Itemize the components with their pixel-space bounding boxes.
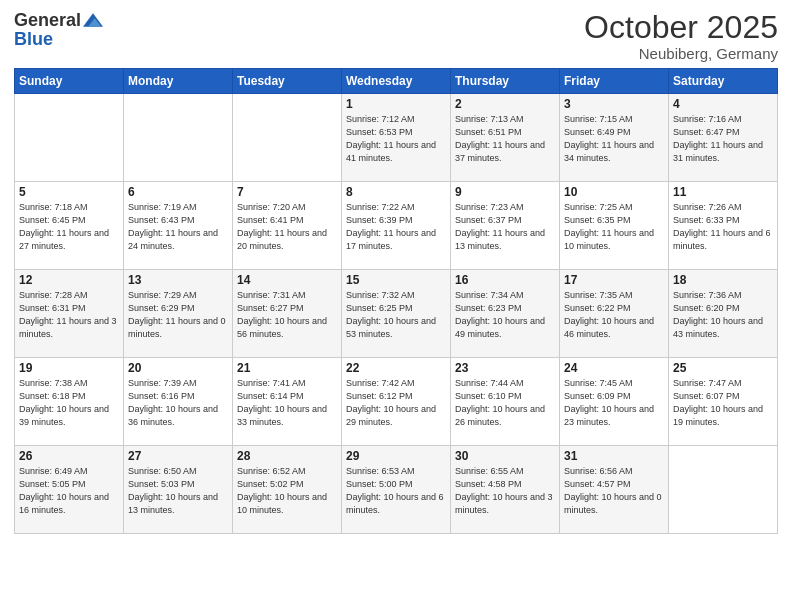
calendar-cell: 17 Sunrise: 7:35 AMSunset: 6:22 PMDaylig…: [560, 270, 669, 358]
calendar-cell: 4 Sunrise: 7:16 AMSunset: 6:47 PMDayligh…: [669, 94, 778, 182]
day-number: 12: [19, 273, 119, 287]
calendar-cell: 16 Sunrise: 7:34 AMSunset: 6:23 PMDaylig…: [451, 270, 560, 358]
calendar-cell: [233, 94, 342, 182]
logo-icon: [83, 10, 103, 30]
day-info: Sunrise: 7:22 AMSunset: 6:39 PMDaylight:…: [346, 201, 446, 253]
calendar-header-row: Sunday Monday Tuesday Wednesday Thursday…: [15, 69, 778, 94]
day-info: Sunrise: 7:38 AMSunset: 6:18 PMDaylight:…: [19, 377, 119, 429]
logo-block: General Blue: [14, 10, 103, 49]
day-number: 25: [673, 361, 773, 375]
day-number: 15: [346, 273, 446, 287]
day-info: Sunrise: 6:56 AMSunset: 4:57 PMDaylight:…: [564, 465, 664, 517]
day-number: 23: [455, 361, 555, 375]
calendar: Sunday Monday Tuesday Wednesday Thursday…: [14, 68, 778, 534]
day-number: 21: [237, 361, 337, 375]
day-number: 2: [455, 97, 555, 111]
day-info: Sunrise: 7:19 AMSunset: 6:43 PMDaylight:…: [128, 201, 228, 253]
title-location: Neubiberg, Germany: [584, 45, 778, 62]
day-number: 14: [237, 273, 337, 287]
calendar-cell: 20 Sunrise: 7:39 AMSunset: 6:16 PMDaylig…: [124, 358, 233, 446]
calendar-cell: 24 Sunrise: 7:45 AMSunset: 6:09 PMDaylig…: [560, 358, 669, 446]
calendar-cell: 1 Sunrise: 7:12 AMSunset: 6:53 PMDayligh…: [342, 94, 451, 182]
day-number: 17: [564, 273, 664, 287]
calendar-cell: [124, 94, 233, 182]
calendar-cell: 9 Sunrise: 7:23 AMSunset: 6:37 PMDayligh…: [451, 182, 560, 270]
day-info: Sunrise: 7:36 AMSunset: 6:20 PMDaylight:…: [673, 289, 773, 341]
calendar-cell: 2 Sunrise: 7:13 AMSunset: 6:51 PMDayligh…: [451, 94, 560, 182]
day-info: Sunrise: 6:49 AMSunset: 5:05 PMDaylight:…: [19, 465, 119, 517]
calendar-cell: [15, 94, 124, 182]
day-info: Sunrise: 7:20 AMSunset: 6:41 PMDaylight:…: [237, 201, 337, 253]
day-info: Sunrise: 7:23 AMSunset: 6:37 PMDaylight:…: [455, 201, 555, 253]
day-number: 19: [19, 361, 119, 375]
calendar-cell: 27 Sunrise: 6:50 AMSunset: 5:03 PMDaylig…: [124, 446, 233, 534]
day-number: 5: [19, 185, 119, 199]
day-number: 6: [128, 185, 228, 199]
calendar-cell: 8 Sunrise: 7:22 AMSunset: 6:39 PMDayligh…: [342, 182, 451, 270]
logo-blue: Blue: [14, 29, 53, 49]
header: General Blue October 2025 Neubiberg, Ger…: [14, 10, 778, 62]
calendar-cell: 31 Sunrise: 6:56 AMSunset: 4:57 PMDaylig…: [560, 446, 669, 534]
calendar-cell: 30 Sunrise: 6:55 AMSunset: 4:58 PMDaylig…: [451, 446, 560, 534]
day-info: Sunrise: 7:42 AMSunset: 6:12 PMDaylight:…: [346, 377, 446, 429]
calendar-cell: 13 Sunrise: 7:29 AMSunset: 6:29 PMDaylig…: [124, 270, 233, 358]
header-friday: Friday: [560, 69, 669, 94]
day-info: Sunrise: 6:50 AMSunset: 5:03 PMDaylight:…: [128, 465, 228, 517]
calendar-cell: [669, 446, 778, 534]
calendar-cell: 21 Sunrise: 7:41 AMSunset: 6:14 PMDaylig…: [233, 358, 342, 446]
day-info: Sunrise: 7:34 AMSunset: 6:23 PMDaylight:…: [455, 289, 555, 341]
day-info: Sunrise: 7:18 AMSunset: 6:45 PMDaylight:…: [19, 201, 119, 253]
day-info: Sunrise: 7:31 AMSunset: 6:27 PMDaylight:…: [237, 289, 337, 341]
page: General Blue October 2025 Neubiberg, Ger…: [0, 0, 792, 612]
calendar-cell: 6 Sunrise: 7:19 AMSunset: 6:43 PMDayligh…: [124, 182, 233, 270]
day-info: Sunrise: 7:45 AMSunset: 6:09 PMDaylight:…: [564, 377, 664, 429]
calendar-cell: 3 Sunrise: 7:15 AMSunset: 6:49 PMDayligh…: [560, 94, 669, 182]
day-info: Sunrise: 6:52 AMSunset: 5:02 PMDaylight:…: [237, 465, 337, 517]
header-thursday: Thursday: [451, 69, 560, 94]
day-info: Sunrise: 7:15 AMSunset: 6:49 PMDaylight:…: [564, 113, 664, 165]
day-number: 18: [673, 273, 773, 287]
day-info: Sunrise: 7:16 AMSunset: 6:47 PMDaylight:…: [673, 113, 773, 165]
day-number: 11: [673, 185, 773, 199]
day-number: 13: [128, 273, 228, 287]
day-info: Sunrise: 7:44 AMSunset: 6:10 PMDaylight:…: [455, 377, 555, 429]
day-info: Sunrise: 7:35 AMSunset: 6:22 PMDaylight:…: [564, 289, 664, 341]
calendar-cell: 19 Sunrise: 7:38 AMSunset: 6:18 PMDaylig…: [15, 358, 124, 446]
calendar-cell: 29 Sunrise: 6:53 AMSunset: 5:00 PMDaylig…: [342, 446, 451, 534]
calendar-cell: 25 Sunrise: 7:47 AMSunset: 6:07 PMDaylig…: [669, 358, 778, 446]
day-number: 24: [564, 361, 664, 375]
logo: General Blue: [14, 10, 103, 49]
day-info: Sunrise: 7:47 AMSunset: 6:07 PMDaylight:…: [673, 377, 773, 429]
day-info: Sunrise: 7:29 AMSunset: 6:29 PMDaylight:…: [128, 289, 228, 341]
day-info: Sunrise: 6:55 AMSunset: 4:58 PMDaylight:…: [455, 465, 555, 517]
day-info: Sunrise: 7:13 AMSunset: 6:51 PMDaylight:…: [455, 113, 555, 165]
day-number: 4: [673, 97, 773, 111]
calendar-cell: 22 Sunrise: 7:42 AMSunset: 6:12 PMDaylig…: [342, 358, 451, 446]
calendar-week-0: 1 Sunrise: 7:12 AMSunset: 6:53 PMDayligh…: [15, 94, 778, 182]
calendar-week-3: 19 Sunrise: 7:38 AMSunset: 6:18 PMDaylig…: [15, 358, 778, 446]
calendar-week-4: 26 Sunrise: 6:49 AMSunset: 5:05 PMDaylig…: [15, 446, 778, 534]
header-tuesday: Tuesday: [233, 69, 342, 94]
header-sunday: Sunday: [15, 69, 124, 94]
calendar-cell: 26 Sunrise: 6:49 AMSunset: 5:05 PMDaylig…: [15, 446, 124, 534]
title-block: October 2025 Neubiberg, Germany: [584, 10, 778, 62]
day-info: Sunrise: 7:26 AMSunset: 6:33 PMDaylight:…: [673, 201, 773, 253]
day-info: Sunrise: 7:32 AMSunset: 6:25 PMDaylight:…: [346, 289, 446, 341]
header-saturday: Saturday: [669, 69, 778, 94]
calendar-cell: 7 Sunrise: 7:20 AMSunset: 6:41 PMDayligh…: [233, 182, 342, 270]
day-info: Sunrise: 7:12 AMSunset: 6:53 PMDaylight:…: [346, 113, 446, 165]
calendar-cell: 12 Sunrise: 7:28 AMSunset: 6:31 PMDaylig…: [15, 270, 124, 358]
day-number: 7: [237, 185, 337, 199]
title-month: October 2025: [584, 10, 778, 45]
calendar-cell: 15 Sunrise: 7:32 AMSunset: 6:25 PMDaylig…: [342, 270, 451, 358]
day-number: 31: [564, 449, 664, 463]
day-number: 29: [346, 449, 446, 463]
day-number: 1: [346, 97, 446, 111]
day-number: 16: [455, 273, 555, 287]
day-info: Sunrise: 7:25 AMSunset: 6:35 PMDaylight:…: [564, 201, 664, 253]
calendar-cell: 11 Sunrise: 7:26 AMSunset: 6:33 PMDaylig…: [669, 182, 778, 270]
day-info: Sunrise: 7:41 AMSunset: 6:14 PMDaylight:…: [237, 377, 337, 429]
day-number: 20: [128, 361, 228, 375]
calendar-cell: 5 Sunrise: 7:18 AMSunset: 6:45 PMDayligh…: [15, 182, 124, 270]
header-monday: Monday: [124, 69, 233, 94]
